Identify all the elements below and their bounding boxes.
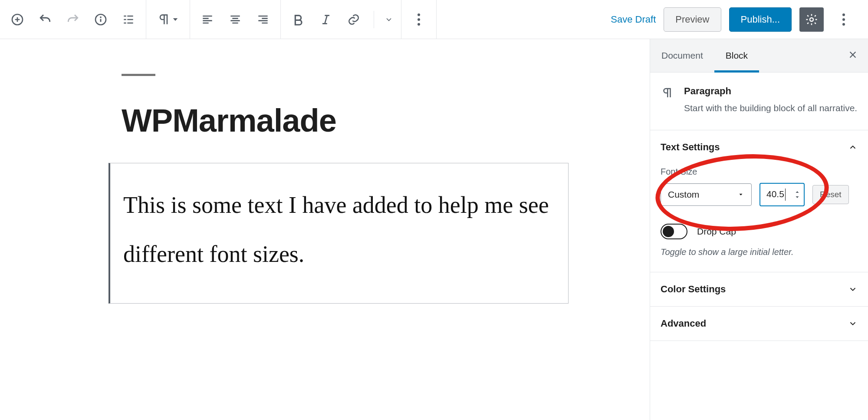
number-spinners[interactable] [794,189,800,200]
font-size-select[interactable]: Custom [661,183,752,206]
section-title: Text Settings [661,142,720,153]
section-header-color-settings[interactable]: Color Settings [661,272,858,306]
editor-more-button[interactable] [832,7,856,32]
save-draft-link[interactable]: Save Draft [611,14,656,25]
title-kicker [122,74,155,76]
paragraph-block[interactable]: This is some text I have added to help m… [108,163,569,304]
bold-button[interactable] [284,6,312,33]
tab-block[interactable]: Block [714,39,759,72]
settings-button[interactable] [799,7,824,32]
section-title: Color Settings [661,284,726,295]
undo-button[interactable] [31,6,59,33]
section-text-settings: Text Settings Font Size Custom 40.5 [650,130,868,272]
section-title: Advanced [661,318,706,329]
toggle-knob [663,226,674,237]
close-icon [848,50,858,60]
drop-cap-toggle[interactable] [661,224,687,239]
preview-button[interactable]: Preview [664,7,721,32]
kebab-icon [418,13,420,26]
chevron-up-icon [848,142,858,152]
drop-cap-label: Drop Cap [697,226,736,237]
align-right-button[interactable] [249,6,277,33]
chevron-down-icon [848,284,858,294]
font-size-reset-button[interactable]: Reset [812,185,849,204]
section-advanced: Advanced [650,307,868,341]
pilcrow-icon [157,13,171,26]
block-type-desc: Start with the building block of all nar… [684,101,857,115]
toolbar-group-doc [0,0,146,39]
toolbar-group-more [401,0,437,39]
redo-button[interactable] [59,6,87,33]
sidebar-close-button[interactable] [838,49,868,63]
settings-sidebar: Document Block Paragraph Start with the … [650,39,868,420]
more-rich-text-button[interactable] [380,6,398,33]
italic-button[interactable] [312,6,340,33]
publish-button[interactable]: Publish... [729,7,792,32]
tab-document[interactable]: Document [650,39,714,72]
block-more-button[interactable] [405,6,433,33]
kebab-icon [842,13,845,26]
align-left-button[interactable] [194,6,221,33]
text-caret [785,189,786,201]
block-type-button[interactable] [150,6,186,33]
link-button[interactable] [340,6,368,33]
text-settings-body: Font Size Custom 40.5 [661,167,858,272]
drop-cap-help: Toggle to show a large initial letter. [661,247,858,257]
toolbar-left [0,0,437,39]
separator [374,11,374,28]
post-title[interactable]: WPMarmalade [108,102,569,139]
spinner-down-icon[interactable] [794,195,800,200]
block-type-title: Paragraph [684,86,857,97]
sidebar-tabs: Document Block [650,39,868,73]
gear-icon [805,13,818,26]
font-size-value: 40.5 [766,189,784,198]
section-color-settings: Color Settings [650,272,868,307]
editor-canvas: WPMarmalade This is some text I have add… [0,39,650,420]
font-size-label: Font Size [661,167,858,177]
section-header-advanced[interactable]: Advanced [661,307,858,341]
spinner-up-icon[interactable] [794,189,800,195]
toolbar-group-block-type [146,0,190,39]
font-size-number-input[interactable]: 40.5 [760,183,805,206]
toolbar-group-align [190,0,281,39]
triangle-down-icon [737,192,744,197]
paragraph-text[interactable]: This is some text I have added to help m… [123,181,551,279]
block-panel-header: Paragraph Start with the building block … [650,73,868,130]
align-center-button[interactable] [221,6,249,33]
font-size-select-value: Custom [668,189,699,200]
toolbar-group-format [281,0,401,39]
add-block-button[interactable] [3,6,31,33]
toolbar-right: Save Draft Preview Publish... [611,0,868,39]
content-info-button[interactable] [87,6,115,33]
top-toolbar: Save Draft Preview Publish... [0,0,868,39]
chevron-down-icon [848,319,858,328]
workspace: WPMarmalade This is some text I have add… [0,39,868,420]
pilcrow-icon [661,86,674,115]
chevron-down-icon [171,16,179,23]
block-nav-button[interactable] [115,6,142,33]
section-header-text-settings[interactable]: Text Settings [661,130,858,164]
